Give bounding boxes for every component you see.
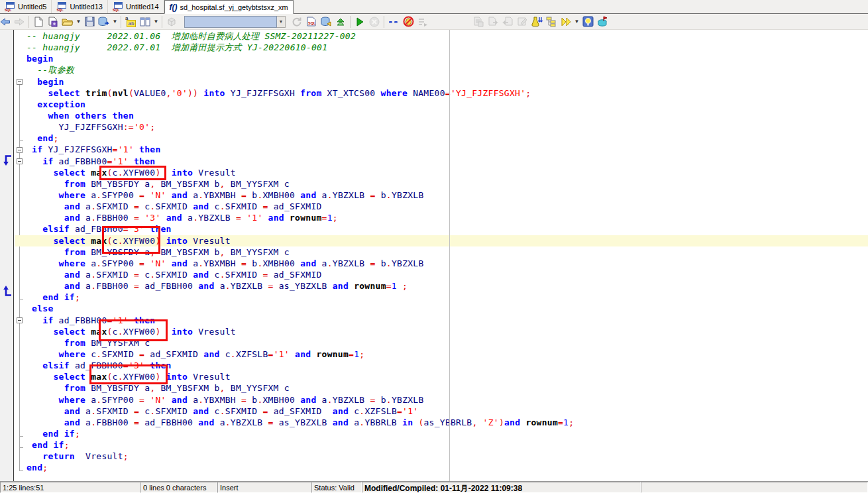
export-database-button[interactable] [97, 15, 111, 29]
split-window-dropdown[interactable]: ▼ [152, 15, 160, 29]
refresh-button[interactable] [290, 15, 304, 29]
code-line[interactable]: YJ_FJZFFSGXH:='0'; [0, 121, 868, 133]
code-line[interactable]: where a.SFYP00 = 'N' and a.YBXMBH = b.XM… [0, 394, 868, 406]
forward-button[interactable] [12, 15, 27, 29]
tab-sd_hospital.sf_yj_getybtstsxz_xm[interactable]: f()sd_hospital.sf_yj_getybtstsxz_xm [164, 0, 294, 14]
code-line[interactable]: and a.FBBH00 = ad_FBBH00 and a.YBZXLB = … [0, 417, 868, 428]
code-line[interactable]: when others then [0, 110, 868, 121]
session-selector-combo[interactable] [184, 16, 277, 28]
compile-button[interactable] [333, 15, 348, 29]
code-editor[interactable]: -- huangjy 2022.01.06 增加临时自费病人处理 SSMZ-20… [0, 30, 868, 481]
right-margin-line [449, 30, 450, 481]
copy-special-button[interactable] [471, 15, 486, 29]
code-line[interactable]: select max(c.XYFW00) into Vresult [0, 371, 868, 382]
code-line[interactable]: from BM_YBSFDY a, BM_YBSFXM b, BM_YYSFXM… [0, 178, 868, 190]
token: max [91, 168, 107, 178]
code-line[interactable]: begin [0, 76, 868, 87]
refresh-icon [292, 17, 302, 27]
hint-button[interactable] [580, 15, 595, 29]
paste-special-button[interactable] [500, 15, 515, 29]
export-database-dropdown[interactable]: ▼ [111, 15, 119, 29]
code-line[interactable]: --取参数 [0, 64, 868, 76]
code-line[interactable]: where a.SFYP00 = 'N' and a.YBXMBH = b.XM… [0, 258, 868, 269]
code-line[interactable]: -- huangjy 2022.07.01 增加莆田提示方式 YJ-202206… [0, 42, 868, 53]
code-line[interactable]: and a.FBBH00 = '3' and a.YBZXLB = '1' an… [0, 212, 868, 223]
code-line[interactable]: end if; [0, 428, 868, 439]
code-line[interactable]: where c.SFXMID = ad_SFXMID and c.XZFSLB=… [0, 349, 868, 360]
beautify-button[interactable] [529, 15, 544, 29]
token: = [139, 395, 144, 405]
code-line[interactable]: from BM_YBSFDY a, BM_YBSFXM b, BM_YYSFXM… [0, 246, 868, 258]
sql-window-button[interactable]: SQL [304, 15, 319, 29]
code-line[interactable]: where a.SFYP00 = 'N' and a.YBXMBH = b.XM… [0, 190, 868, 201]
token: = [268, 417, 274, 427]
token [295, 395, 300, 405]
token: YBZXLB [392, 258, 424, 268]
code-line[interactable]: end if; [0, 439, 868, 451]
edit-special-button[interactable] [515, 15, 529, 29]
code-line[interactable]: if YJ_FJZFFSGXH='1' then [0, 144, 868, 155]
code-line[interactable]: select max(c.XYFW00) into Vresult [0, 235, 868, 246]
session-selector-dropdown[interactable]: ▼ [277, 16, 286, 28]
code-line[interactable]: end; [0, 462, 868, 473]
code-line[interactable]: from BM_YBSFDY a, BM_YBSFXM b, BM_YYSFXM… [0, 382, 868, 394]
split-window-button[interactable] [138, 15, 152, 29]
code-line[interactable]: end if; [0, 292, 868, 303]
find-button[interactable]: a ab [123, 15, 138, 29]
duplicate-button[interactable] [486, 15, 500, 29]
token [27, 440, 32, 450]
token: ad_FBBH00 [59, 156, 107, 166]
describe-cube-icon [166, 17, 177, 27]
tab-Untitled5[interactable]: SQLUntitled5 [0, 0, 52, 13]
token: if [64, 292, 75, 302]
code-line[interactable]: and a.SFXMID = c.SFXMID and c.SFXMID = a… [0, 201, 868, 212]
code-line[interactable]: select max(c.XYFW00) into Vresult [0, 167, 868, 178]
token: in [402, 417, 413, 427]
execute-button[interactable] [353, 15, 367, 29]
database-objects-button[interactable] [319, 15, 333, 29]
code-line[interactable]: elsif ad_FBBH00='3' then [0, 223, 868, 235]
token [27, 77, 37, 87]
token: BM_YYSFXM [91, 338, 139, 348]
describe-button[interactable] [164, 15, 179, 29]
code-hierarchy-button[interactable] [544, 15, 559, 29]
code-line[interactable]: begin [0, 53, 868, 64]
token: Vresult [198, 327, 236, 337]
disable-debugger-button[interactable] [401, 15, 415, 29]
token: SFYP00 [101, 190, 134, 200]
code-line[interactable]: from BM_YYSFXM c [0, 337, 868, 349]
code-line[interactable]: exception [0, 99, 868, 110]
token: YBZXLB [392, 190, 424, 200]
code-line[interactable]: return Vresult; [0, 451, 868, 462]
code-line[interactable]: else [0, 303, 868, 314]
token: = [268, 349, 274, 359]
status-panel: Modified/Compiled: 01-11月-2022 11:09:38 [362, 482, 641, 493]
code-line[interactable]: -- huangjy 2022.01.06 增加临时自费病人处理 SSMZ-20… [0, 30, 868, 42]
toggle-breakpoint-button[interactable] [386, 15, 401, 29]
code-line[interactable]: elsif ad_FBBH00='3' then [0, 360, 868, 371]
new-program-window-button[interactable] [46, 15, 60, 29]
next-marker-button[interactable] [559, 15, 573, 29]
break-button[interactable] [367, 15, 382, 29]
step-over-button[interactable] [415, 15, 430, 29]
open-file-button[interactable] [60, 15, 75, 29]
flag-database-button[interactable] [595, 15, 610, 29]
code-line[interactable]: and a.SFXMID = c.SFXMID and c.SFXMID = a… [0, 269, 868, 280]
next-marker-dropdown[interactable]: ▼ [573, 15, 580, 29]
token [27, 451, 42, 461]
code-line[interactable]: and a.SFXMID = c.SFXMID and c.SFXMID = a… [0, 406, 868, 417]
tab-Untitled14[interactable]: SQLUntitled14 [108, 0, 164, 13]
status-panel: 1:25 lines:51 [0, 482, 140, 493]
code-line[interactable]: end; [0, 133, 868, 144]
save-button[interactable] [82, 15, 97, 29]
code-line[interactable]: if ad_FBBH00='1' then [0, 315, 868, 326]
code-line[interactable]: if ad_FBBH00='1' then [0, 156, 868, 167]
code-line[interactable]: select trim(nvl(VALUE0,'0')) into YJ_FJZ… [0, 87, 868, 99]
back-button[interactable] [0, 15, 12, 29]
new-document-button[interactable] [31, 15, 46, 29]
open-file-dropdown[interactable]: ▼ [75, 15, 82, 29]
token [193, 168, 198, 178]
code-line[interactable]: select max(c.XYFW00) into Vresult [0, 326, 868, 337]
code-line[interactable]: and a.FBBH00 = ad_FBBH00 and a.YBZXLB = … [0, 280, 868, 292]
tab-Untitled13[interactable]: SQLUntitled13 [52, 0, 108, 13]
